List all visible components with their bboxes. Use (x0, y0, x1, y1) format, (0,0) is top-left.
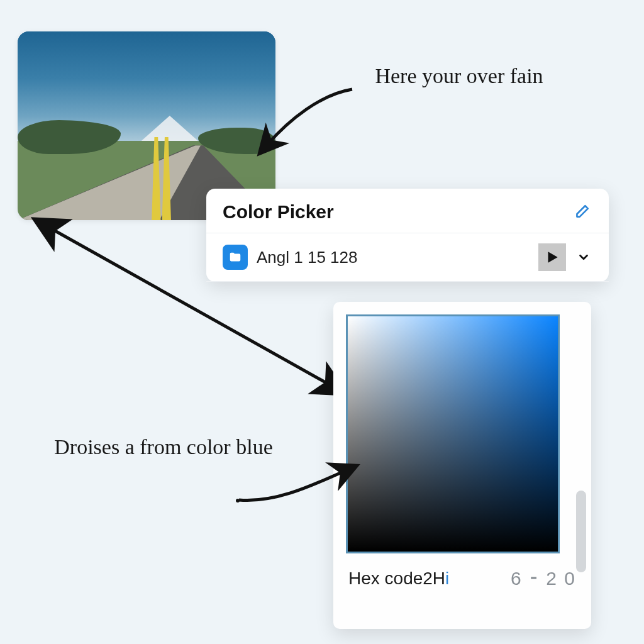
hex-value[interactable]: 6 ⁃ 2 0 (511, 567, 576, 589)
expand-button[interactable] (575, 248, 592, 266)
scroll-handle[interactable] (576, 491, 586, 572)
row-label: Angl 1 15 128 (257, 248, 530, 267)
pencil-icon (574, 204, 590, 220)
folder-icon (228, 250, 242, 264)
color-picker-panel: Color Picker Angl 1 15 128 (206, 189, 609, 282)
play-button[interactable] (538, 243, 566, 271)
svg-point-1 (236, 499, 240, 502)
color-gradient-panel: Hex code2Hi 6 ⁃ 2 0 (333, 302, 591, 629)
saturation-value-picker[interactable] (346, 314, 560, 553)
chevron-down-icon (577, 250, 591, 264)
color-source-row[interactable]: Angl 1 15 128 (206, 233, 609, 282)
play-icon (544, 249, 560, 265)
panel-title: Color Picker (223, 201, 334, 223)
edit-button[interactable] (571, 201, 592, 223)
hex-label: Hex code2Hi (348, 569, 449, 589)
annotation-left: Droises a from color blue (50, 434, 277, 461)
annotation-top: Here your over fain (340, 63, 579, 90)
folder-badge (223, 245, 248, 270)
